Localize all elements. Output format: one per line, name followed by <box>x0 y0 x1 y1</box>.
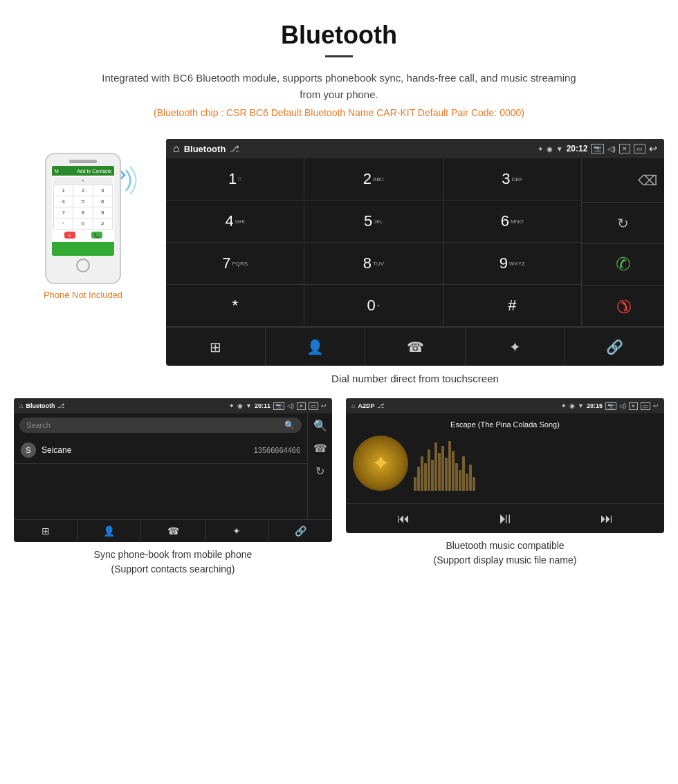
dial-key-2[interactable]: 2ABC <box>304 158 443 200</box>
home-icon[interactable]: ⌂ <box>173 142 180 155</box>
viz-bar <box>431 460 434 491</box>
phonebook-statusbar: ⌂ Bluetooth ⎇ ✦ ◉ ▼ 20:11 📷 ◁) ✕ ▭ ↩ <box>14 398 332 413</box>
backspace-button[interactable]: ⌫ <box>638 172 657 189</box>
dial-key-7[interactable]: 7PQRS <box>166 243 304 284</box>
pb-vol-icon[interactable]: ◁) <box>287 402 294 409</box>
music-time: 20:15 <box>587 402 603 409</box>
dialpad-keys: 1 ⌑ 2ABC 3DEF 4GHI <box>166 158 581 327</box>
music-close-icon[interactable]: ✕ <box>629 402 638 410</box>
dialpad-nav-bt[interactable]: ✦ <box>466 328 565 366</box>
viz-bar <box>452 451 455 491</box>
phone-call-btn[interactable]: 📞 <box>91 232 102 239</box>
volume-icon[interactable]: ◁) <box>607 144 616 153</box>
music-home-icon[interactable]: ⌂ <box>351 402 355 409</box>
music-wifi-icon: ▼ <box>578 402 584 409</box>
dial-key-1[interactable]: 1 ⌑ <box>166 158 304 200</box>
call-red-button[interactable]: ✆ <box>582 286 664 327</box>
phonebook-status-left: ⌂ Bluetooth ⎇ <box>19 402 64 409</box>
phonebook-caption: Sync phone-book from mobile phone (Suppo… <box>14 542 332 579</box>
pb-side-refresh-icon[interactable]: ↻ <box>315 465 324 478</box>
phonebook-search-bar[interactable]: Search 🔍 <box>19 418 302 433</box>
dialpad-nav-link[interactable]: 🔗 <box>565 328 664 366</box>
viz-bar <box>445 458 448 491</box>
dialpad-nav-contacts[interactable]: 👤 <box>266 328 365 366</box>
dial-key-4[interactable]: 4GHI <box>166 200 304 242</box>
search-icon[interactable]: 🔍 <box>284 420 295 430</box>
phonebook-bottom-nav: ⊞ 👤 ☎ ✦ 🔗 <box>14 519 332 542</box>
phonebook-box: ⌂ Bluetooth ⎇ ✦ ◉ ▼ 20:11 📷 ◁) ✕ ▭ ↩ <box>14 398 332 579</box>
phone-end-btn[interactable]: ✕ <box>64 232 75 239</box>
viz-bar <box>448 441 451 491</box>
music-back-icon[interactable]: ↩ <box>653 402 659 409</box>
pb-home-icon[interactable]: ⌂ <box>19 402 23 409</box>
music-controls: ⏮ ⏯ ⏭ <box>346 503 664 533</box>
dial-key-star[interactable]: * <box>166 285 304 326</box>
page-title: Bluetooth <box>14 21 664 50</box>
music-bt-symbol: ✦ <box>372 450 390 476</box>
dialpad-nav-phone[interactable]: ☎ <box>365 328 465 366</box>
phonebook-screen: ⌂ Bluetooth ⎇ ✦ ◉ ▼ 20:11 📷 ◁) ✕ ▭ ↩ <box>14 398 332 542</box>
dialpad-nav-grid[interactable]: ⊞ <box>166 328 266 366</box>
viz-bar <box>459 470 461 491</box>
dial-key-6[interactable]: 6MNO <box>443 200 581 242</box>
viz-bar <box>473 477 475 491</box>
music-vol-icon[interactable]: ◁) <box>619 402 626 409</box>
play-pause-button[interactable]: ⏯ <box>497 510 513 528</box>
dial-row-3: 7PQRS 8TUV 9WXYZ <box>166 243 581 285</box>
prev-button[interactable]: ⏮ <box>397 512 410 526</box>
music-cam-icon[interactable]: 📷 <box>605 402 616 410</box>
dial-key-3[interactable]: 3DEF <box>443 158 581 200</box>
bluetooth-nav-icon: ✦ <box>509 339 521 355</box>
screen-section: ⌂ Bluetooth ⎇ ✦ ◉ ▼ 20:12 📷 ◁) ✕ ▭ ↩ <box>166 139 664 398</box>
wifi-icon: ▼ <box>556 145 563 153</box>
main-content: ⬖ MAdd to Contacts + 123 456 7 <box>0 139 678 398</box>
camera-icon[interactable]: 📷 <box>591 144 604 153</box>
music-caption-line2: (Support display music file name) <box>434 554 577 566</box>
title-divider <box>325 55 353 57</box>
pb-time: 20:11 <box>255 402 271 409</box>
viz-bar <box>428 449 430 491</box>
bt-icon: ✦ <box>538 145 543 153</box>
viz-bar <box>466 474 468 491</box>
back-icon[interactable]: ↩ <box>649 143 657 154</box>
viz-bar <box>438 453 441 491</box>
pb-nav-person[interactable]: 👤 <box>77 520 141 542</box>
dial-key-hash[interactable]: # <box>443 285 581 326</box>
refresh-button[interactable]: ↻ <box>582 203 664 244</box>
phonebook-main: Search 🔍 S Seicane 13566664466 <box>14 413 307 519</box>
pb-nav-bt[interactable]: ✦ <box>205 520 269 542</box>
viz-bar <box>417 467 420 491</box>
dialpad-right: ⌫ ↻ ✆ ✆ <box>581 158 664 327</box>
screen-title-label: Bluetooth <box>184 144 226 154</box>
contact-avatar: S <box>21 442 36 458</box>
dial-key-0[interactable]: 0+ <box>304 285 443 326</box>
contact-name: Seicane <box>42 445 254 455</box>
pb-close-icon[interactable]: ✕ <box>297 402 306 410</box>
dial-key-8[interactable]: 8TUV <box>304 243 443 284</box>
phonebook-caption-line1: Sync phone-book from mobile phone <box>94 549 253 560</box>
pb-nav-link[interactable]: 🔗 <box>269 520 332 542</box>
viz-bar <box>469 465 472 491</box>
dial-row-4: * 0+ # <box>166 285 581 327</box>
close-icon[interactable]: ✕ <box>619 144 630 153</box>
pb-back-icon[interactable]: ↩ <box>321 402 327 409</box>
music-win-icon[interactable]: ▭ <box>641 402 650 410</box>
phone-home-button[interactable] <box>76 259 90 272</box>
call-green-button[interactable]: ✆ <box>582 244 664 286</box>
contact-number: 13566664466 <box>254 446 300 454</box>
dialpad-bottom-nav: ⊞ 👤 ☎ ✦ 🔗 <box>166 327 664 366</box>
pb-nav-phone[interactable]: ☎ <box>141 520 205 542</box>
window-icon[interactable]: ▭ <box>634 144 645 153</box>
dial-key-9[interactable]: 9WXYZ <box>443 243 581 284</box>
viz-bar <box>414 477 416 491</box>
pb-usb-icon: ⎇ <box>57 402 64 409</box>
dial-key-5[interactable]: 5JKL <box>304 200 443 242</box>
pb-win-icon[interactable]: ▭ <box>309 402 318 410</box>
pb-cam-icon[interactable]: 📷 <box>273 402 284 410</box>
pb-side-phone-icon[interactable]: ☎ <box>313 442 327 455</box>
pb-wifi-icon: ▼ <box>246 402 252 409</box>
pb-side-search-icon[interactable]: 🔍 <box>313 419 327 432</box>
contact-row[interactable]: S Seicane 13566664466 <box>14 437 307 464</box>
pb-nav-grid[interactable]: ⊞ <box>14 520 77 542</box>
next-button[interactable]: ⏭ <box>601 512 613 526</box>
